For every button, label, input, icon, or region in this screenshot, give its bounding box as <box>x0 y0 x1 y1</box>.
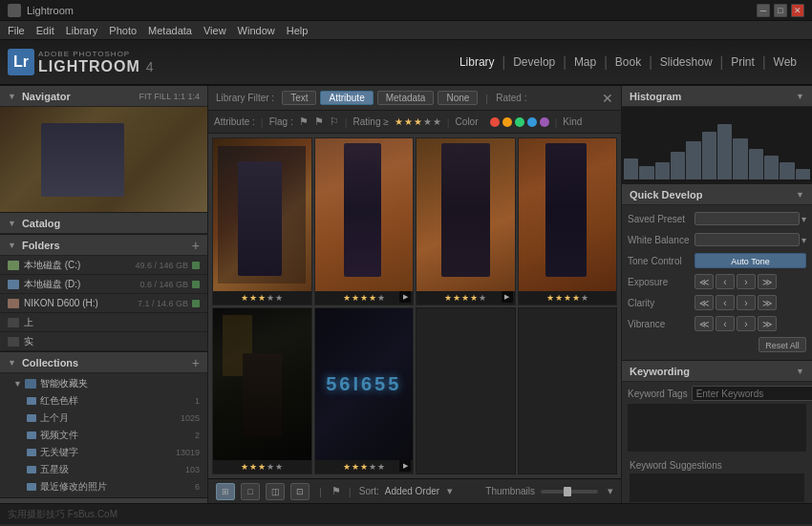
filter-text-btn[interactable]: Text <box>282 91 316 105</box>
flag-icon[interactable]: ⚑ <box>331 485 341 497</box>
filter-none-btn[interactable]: None <box>438 91 478 105</box>
exposure-dec[interactable]: ‹ <box>716 274 735 289</box>
collection-item-red[interactable]: 红色色样 1 <box>0 392 207 410</box>
hist-bar <box>733 138 747 179</box>
menu-metadata[interactable]: Metadata <box>148 25 192 36</box>
flag-rejected-icon[interactable]: ⚐ <box>330 116 339 128</box>
collection-item-nokw[interactable]: 无关键字 13019 <box>0 444 207 461</box>
navigator-header[interactable]: ▼ Navigator FIT FILL 1:1 1:4 <box>0 86 207 107</box>
menu-view[interactable]: View <box>203 25 226 36</box>
folder-item-f[interactable]: 实 <box>0 332 207 351</box>
menu-edit[interactable]: Edit <box>36 25 54 36</box>
clarity-inc2[interactable]: ≫ <box>758 295 777 310</box>
folder-item-e[interactable]: 上 <box>0 313 207 332</box>
collections-add-icon[interactable]: + <box>192 355 200 370</box>
nav-web[interactable]: Web <box>768 53 802 71</box>
maximize-button[interactable]: □ <box>774 4 787 17</box>
minimize-button[interactable]: ─ <box>757 4 770 17</box>
hist-bar <box>655 162 670 179</box>
catalog-header[interactable]: ▼ Catalog <box>0 213 207 234</box>
photo-cell-3[interactable]: ★★★★★ ▶ <box>416 137 516 305</box>
nav-map[interactable]: Map <box>568 53 602 71</box>
vibrance-dec[interactable]: ‹ <box>716 316 735 331</box>
color-red[interactable] <box>490 117 500 127</box>
color-purple[interactable] <box>540 117 549 127</box>
navigator-controls-label: FIT FILL 1:1 1:4 <box>139 92 200 101</box>
survey-view-button[interactable]: ⊡ <box>290 483 310 500</box>
clarity-dec[interactable]: ‹ <box>716 295 735 310</box>
nav-book[interactable]: Book <box>609 53 647 71</box>
clarity-inc[interactable]: › <box>737 295 756 310</box>
sort-value[interactable]: Added Order <box>385 486 439 496</box>
folder-item-c[interactable]: 本地磁盘 (C:) 49.6 / 146 GB <box>0 256 207 275</box>
vibrance-inc2[interactable]: ≫ <box>758 316 777 331</box>
smart-collections-group[interactable]: ▼ 智能收藏夹 <box>0 375 207 392</box>
menu-library[interactable]: Library <box>66 25 98 36</box>
photo-cell-5[interactable]: ★★★★★ <box>212 307 312 475</box>
loupe-view-button[interactable]: □ <box>241 483 260 500</box>
thumbnail-size-slider[interactable] <box>541 490 598 494</box>
nav-develop[interactable]: Develop <box>507 53 561 71</box>
saved-preset-control[interactable] <box>694 212 800 225</box>
exposure-dec2[interactable]: ≪ <box>694 274 714 289</box>
collection-count: 13019 <box>176 448 200 457</box>
compare-view-button[interactable]: ◫ <box>266 483 285 500</box>
keywording-header[interactable]: Keywording ▼ <box>622 361 812 382</box>
menu-file[interactable]: File <box>8 25 25 36</box>
hist-bar <box>671 152 685 179</box>
collection-group-icon <box>25 379 36 389</box>
photo-stars-2: ★★★★★ <box>343 291 385 305</box>
color-yellow[interactable] <box>502 117 512 127</box>
collection-item-recent[interactable]: 最近修改的照片 6 <box>0 478 207 495</box>
photo-cell-6[interactable]: 56I655 ★★★★★ ▶ <box>314 307 415 475</box>
menu-help[interactable]: Help <box>287 25 309 36</box>
folder-item-d[interactable]: 本地磁盘 (D:) 0.6 / 146 GB <box>0 275 207 294</box>
photo-cell-4[interactable]: ★★★★★ <box>518 137 618 305</box>
nav-print[interactable]: Print <box>725 53 760 71</box>
grid-view-button[interactable]: ⊞ <box>216 483 235 500</box>
menu-window[interactable]: Window <box>238 25 275 36</box>
filter-attribute-btn[interactable]: Attribute <box>320 91 373 105</box>
quick-develop-header[interactable]: Quick Develop ▼ <box>622 184 812 205</box>
filter-rated-label: Rated : <box>496 93 526 103</box>
color-blue[interactable] <box>527 117 537 127</box>
close-button[interactable]: ✕ <box>791 4 804 17</box>
lightroom-name: LIGHTROOM <box>38 58 140 75</box>
collection-name: 最近修改的照片 <box>40 480 195 494</box>
publish-services-header[interactable]: ▶ Publish Services + <box>0 498 207 503</box>
folders-add-icon[interactable]: + <box>192 238 200 253</box>
nav-slideshow[interactable]: Slideshow <box>654 53 718 71</box>
sort-arrow-icon[interactable]: ▾ <box>447 485 453 497</box>
filter-metadata-btn[interactable]: Metadata <box>377 91 435 105</box>
menu-photo[interactable]: Photo <box>109 25 137 36</box>
folders-header[interactable]: ▼ Folders + <box>0 235 207 256</box>
nav-library[interactable]: Library <box>454 53 501 71</box>
collection-item-month[interactable]: 上个月 1025 <box>0 410 207 427</box>
photo-cell-2[interactable]: ★★★★★ ▶ <box>314 137 415 305</box>
clarity-dec2[interactable]: ≪ <box>694 295 714 310</box>
photo-cell-1[interactable]: ★★★★★ <box>212 137 312 305</box>
histogram-header[interactable]: Histogram ▼ <box>622 86 812 107</box>
vibrance-dec2[interactable]: ≪ <box>694 316 714 331</box>
vibrance-inc[interactable]: › <box>737 316 756 331</box>
keyword-tags-input[interactable] <box>692 386 812 401</box>
reset-all-button[interactable]: Reset All <box>759 337 806 352</box>
white-balance-control[interactable] <box>694 233 800 246</box>
folder-icon <box>8 318 19 327</box>
collection-item-video[interactable]: 视频文件 2 <box>0 427 207 444</box>
flag-any-icon[interactable]: ⚑ <box>299 116 309 128</box>
auto-tone-button[interactable]: Auto Tone <box>694 253 806 268</box>
collection-item-5star[interactable]: 五星级 103 <box>0 461 207 478</box>
preset-arrow[interactable]: ▾ <box>801 214 806 224</box>
folder-item-h[interactable]: NIKON D600 (H:) 7.1 / 14.6 GB <box>0 294 207 313</box>
color-green[interactable] <box>515 117 524 127</box>
publish-add-icon[interactable]: + <box>192 501 200 504</box>
filter-close-icon[interactable]: ✕ <box>602 91 613 106</box>
wb-arrow[interactable]: ▾ <box>801 235 806 245</box>
rating-stars[interactable]: ★ ★ ★ ★ ★ <box>395 116 441 127</box>
exposure-inc2[interactable]: ≫ <box>758 274 777 289</box>
exposure-inc[interactable]: › <box>737 274 756 289</box>
folders-label: Folders <box>22 240 192 251</box>
collections-header[interactable]: ▼ Collections + <box>0 352 207 373</box>
flag-flagged-icon[interactable]: ⚑ <box>314 116 324 128</box>
